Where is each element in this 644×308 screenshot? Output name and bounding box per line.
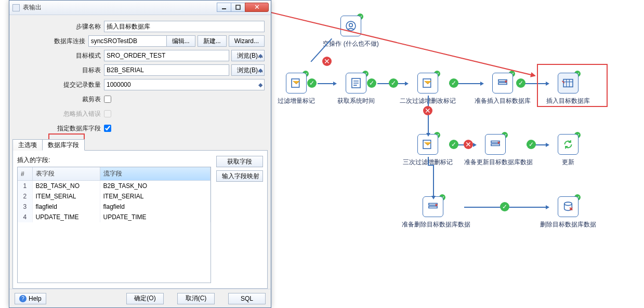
connection-combo[interactable]: ▼: [88, 35, 164, 47]
node-update[interactable]: ✓ 更新: [537, 134, 599, 167]
node-label: 删除目标数据库数据: [537, 220, 599, 229]
callout-arrow: [260, 9, 535, 76]
cell-stream-field[interactable]: B2B_TASK_NO: [100, 181, 211, 192]
cell-table-field[interactable]: B2B_TASK_NO: [32, 181, 100, 192]
table-input[interactable]: [104, 64, 229, 76]
svg-point-13: [564, 202, 572, 206]
node-filter-inc[interactable]: ✓ 过滤增量标记: [265, 73, 327, 105]
col-num[interactable]: #: [18, 167, 32, 181]
step-name-input[interactable]: [104, 21, 265, 32]
node-gettime[interactable]: ✓ 获取系统时间: [325, 73, 387, 105]
connection-value[interactable]: [88, 35, 171, 47]
node-label: 准备插入目标数据库: [471, 97, 534, 105]
maximize-button[interactable]: [231, 3, 245, 12]
node-prep-insert[interactable]: ✓ 准备插入目标数据库: [471, 73, 534, 105]
label-conn: 数据库连接: [16, 37, 88, 46]
arrow-right-icon: [546, 205, 549, 209]
cell-stream-field[interactable]: flagfield: [100, 202, 211, 212]
input-mapping-button[interactable]: 输入字段映射: [216, 170, 263, 182]
row-num: 2: [18, 191, 32, 202]
tab-main[interactable]: 主选项: [12, 139, 43, 151]
node-label: 获取系统时间: [325, 97, 387, 105]
db-prep-icon: [492, 73, 513, 93]
col-table-field[interactable]: 表字段: [32, 167, 100, 181]
svg-point-1: [349, 23, 353, 27]
db-delete-icon: [558, 196, 579, 217]
spin-icon: ◆: [258, 82, 262, 88]
edge: [428, 157, 429, 165]
cell-table-field[interactable]: ITEM_SERIAL: [32, 191, 100, 202]
svg-rect-12: [429, 206, 437, 208]
table-row[interactable]: 1B2B_TASK_NOB2B_TASK_NO: [18, 181, 211, 192]
node-label: 过滤增量标记: [265, 97, 327, 105]
help-icon: ?: [19, 295, 27, 302]
svg-rect-6: [498, 83, 507, 84]
label-specify: 指定数据库字段: [16, 124, 104, 133]
ignore-checkbox: [104, 110, 111, 117]
label-step: 步骤名称: [16, 22, 104, 31]
spin-icon: ◆: [258, 52, 262, 59]
update-icon: [558, 134, 579, 155]
commit-size-input[interactable]: [104, 79, 265, 90]
spin-icon: ◆: [258, 67, 262, 74]
row-num: 1: [18, 181, 32, 192]
cell-stream-field[interactable]: UPDATE_TIME: [100, 212, 211, 222]
titlebar[interactable]: 表输出 ✕: [9, 1, 271, 15]
close-button[interactable]: ✕: [245, 3, 269, 12]
edge: [433, 165, 434, 196]
filter-icon: [286, 73, 307, 93]
get-fields-button[interactable]: 获取字段: [216, 156, 263, 167]
edge: [428, 165, 433, 166]
table-row[interactable]: 3flagfieldflagfield: [18, 202, 211, 212]
edge: [318, 83, 333, 84]
cell-stream-field[interactable]: ITEM_SERIAL: [100, 191, 211, 202]
table-row[interactable]: 2ITEM_SERIALITEM_SERIAL: [18, 191, 211, 202]
hop-ok-icon: ✓: [389, 78, 398, 88]
node-delete[interactable]: ✓ 删除目标数据库数据: [537, 196, 599, 229]
table-row[interactable]: 4UPDATE_TIMEUPDATE_TIME: [18, 212, 211, 222]
node-prep-delete[interactable]: ✓ 准备删除目标数据库数据: [402, 196, 464, 229]
fields-grid[interactable]: # 表字段 流字段 1B2B_TASK_NOB2B_TASK_NO2ITEM_S…: [17, 167, 211, 283]
window-icon: [12, 4, 20, 11]
hop-ok-icon: ✓: [449, 78, 458, 88]
arrow-right-icon: [473, 143, 477, 147]
label-ignore: 忽略插入错误: [16, 110, 104, 118]
node-label: 准备更新目标数据库数据: [464, 158, 527, 167]
edit-connection-button[interactable]: 编辑...: [166, 35, 195, 47]
hop-ok-icon: ✓: [527, 140, 536, 149]
row-num: 3: [18, 202, 32, 212]
minimize-button[interactable]: [217, 3, 231, 12]
svg-rect-14: [222, 8, 226, 9]
arrow-right-icon: [546, 143, 549, 147]
db-prep-icon: [423, 196, 443, 217]
hop-err-icon: ✕: [322, 57, 332, 66]
filter-icon: [417, 134, 438, 155]
sql-button[interactable]: SQL: [228, 293, 266, 304]
node-label: 更新: [537, 158, 599, 167]
hop-ok-icon: ✓: [307, 78, 317, 88]
label-truncate: 裁剪表: [16, 95, 104, 104]
node-prep-update[interactable]: ✓ 准备更新目标数据库数据: [464, 134, 527, 167]
arrow-down-icon: [426, 133, 430, 137]
label-commit: 提交记录数量: [16, 81, 104, 89]
hop-err-icon: ✕: [464, 140, 473, 149]
arrow-right-icon: [405, 82, 409, 86]
new-connection-button[interactable]: 新建...: [198, 35, 227, 47]
ok-button[interactable]: 确定(O): [126, 293, 164, 304]
help-button[interactable]: ? Help: [15, 293, 46, 304]
hop-err-icon: ✕: [423, 106, 432, 115]
cell-table-field[interactable]: UPDATE_TIME: [32, 212, 100, 222]
arrow-down-icon: [431, 196, 436, 199]
schema-input[interactable]: [104, 50, 229, 61]
selection-rect: [537, 64, 608, 107]
svg-rect-10: [491, 144, 500, 145]
cell-table-field[interactable]: flagfield: [32, 202, 100, 212]
col-stream-field[interactable]: 流字段: [100, 167, 211, 181]
cancel-button[interactable]: 取消(C): [177, 293, 215, 304]
wizard-button[interactable]: Wizard...: [229, 35, 265, 47]
tab-db-fields[interactable]: 数据库字段: [42, 139, 85, 151]
truncate-checkbox[interactable]: [104, 96, 111, 103]
filter-icon: [417, 73, 438, 93]
specify-fields-checkbox[interactable]: [104, 125, 111, 132]
script-icon: [346, 73, 366, 93]
